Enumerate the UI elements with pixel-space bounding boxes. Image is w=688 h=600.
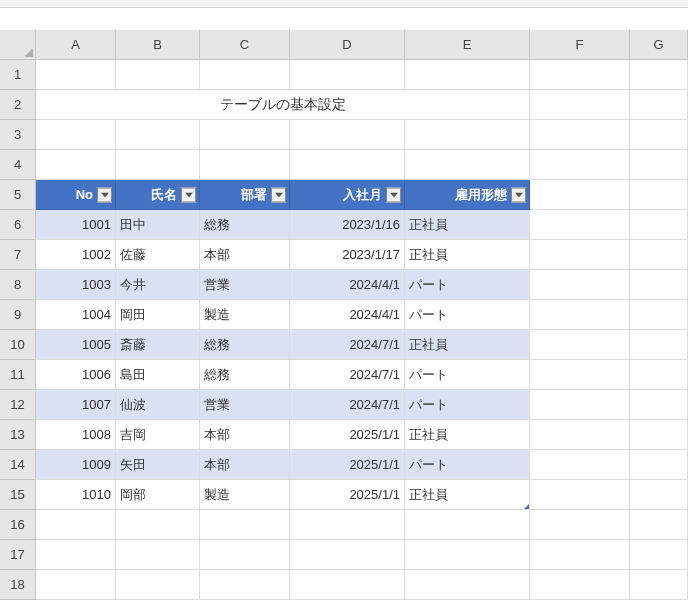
- cell-F8[interactable]: [530, 270, 630, 300]
- row-header-2[interactable]: 2: [0, 90, 36, 120]
- table-header-4[interactable]: 雇用形態: [405, 180, 530, 210]
- cell-F13[interactable]: [530, 420, 630, 450]
- row-header-12[interactable]: 12: [0, 390, 36, 420]
- cell-E17[interactable]: [405, 540, 530, 570]
- row-header-16[interactable]: 16: [0, 510, 36, 540]
- table-cell[interactable]: 正社員: [405, 330, 530, 360]
- cell-G9[interactable]: [630, 300, 688, 330]
- cell-E1[interactable]: [405, 60, 530, 90]
- table-cell[interactable]: 本部: [200, 450, 290, 480]
- table-cell[interactable]: 1005: [36, 330, 116, 360]
- row-header-1[interactable]: 1: [0, 60, 36, 90]
- cell-F14[interactable]: [530, 450, 630, 480]
- row-header-5[interactable]: 5: [0, 180, 36, 210]
- filter-dropdown-icon[interactable]: [386, 187, 401, 202]
- cell-G17[interactable]: [630, 540, 688, 570]
- select-all-corner[interactable]: [0, 30, 36, 60]
- table-cell[interactable]: パート: [405, 300, 530, 330]
- table-cell[interactable]: 2025/1/1: [290, 450, 405, 480]
- cell-B3[interactable]: [116, 120, 200, 150]
- cell-D3[interactable]: [290, 120, 405, 150]
- cell-G7[interactable]: [630, 240, 688, 270]
- cell-F17[interactable]: [530, 540, 630, 570]
- cell-D18[interactable]: [290, 570, 405, 600]
- table-cell[interactable]: パート: [405, 390, 530, 420]
- cell-B18[interactable]: [116, 570, 200, 600]
- cell-F3[interactable]: [530, 120, 630, 150]
- cell-F15[interactable]: [530, 480, 630, 510]
- table-header-3[interactable]: 入社月: [290, 180, 405, 210]
- cell-F7[interactable]: [530, 240, 630, 270]
- table-cell[interactable]: 今井: [116, 270, 200, 300]
- column-header-D[interactable]: D: [290, 30, 405, 60]
- cell-G15[interactable]: [630, 480, 688, 510]
- column-header-C[interactable]: C: [200, 30, 290, 60]
- cell-G11[interactable]: [630, 360, 688, 390]
- cell-F6[interactable]: [530, 210, 630, 240]
- table-cell[interactable]: 本部: [200, 240, 290, 270]
- cell-F2[interactable]: [530, 90, 630, 120]
- table-cell[interactable]: 岡田: [116, 300, 200, 330]
- table-cell[interactable]: 総務: [200, 360, 290, 390]
- cell-E16[interactable]: [405, 510, 530, 540]
- cell-A3[interactable]: [36, 120, 116, 150]
- table-cell[interactable]: 2023/1/16: [290, 210, 405, 240]
- row-header-4[interactable]: 4: [0, 150, 36, 180]
- cell-F1[interactable]: [530, 60, 630, 90]
- cell-B16[interactable]: [116, 510, 200, 540]
- cell-F5[interactable]: [530, 180, 630, 210]
- column-header-E[interactable]: E: [405, 30, 530, 60]
- row-header-15[interactable]: 15: [0, 480, 36, 510]
- cell-B17[interactable]: [116, 540, 200, 570]
- row-header-17[interactable]: 17: [0, 540, 36, 570]
- filter-dropdown-icon[interactable]: [181, 187, 196, 202]
- cell-A4[interactable]: [36, 150, 116, 180]
- table-cell[interactable]: 営業: [200, 270, 290, 300]
- cell-D16[interactable]: [290, 510, 405, 540]
- table-cell[interactable]: 2024/4/1: [290, 270, 405, 300]
- table-cell[interactable]: 2024/4/1: [290, 300, 405, 330]
- column-header-A[interactable]: A: [36, 30, 116, 60]
- table-cell[interactable]: 1009: [36, 450, 116, 480]
- cell-C4[interactable]: [200, 150, 290, 180]
- table-cell[interactable]: 斎藤: [116, 330, 200, 360]
- spreadsheet-grid[interactable]: ABCDEFG12テーブルの基本設定345No氏名部署入社月雇用形態61001田…: [0, 0, 688, 600]
- cell-A18[interactable]: [36, 570, 116, 600]
- filter-dropdown-icon[interactable]: [271, 187, 286, 202]
- table-cell[interactable]: 2025/1/1: [290, 420, 405, 450]
- row-header-14[interactable]: 14: [0, 450, 36, 480]
- table-cell[interactable]: パート: [405, 270, 530, 300]
- table-cell[interactable]: 総務: [200, 330, 290, 360]
- table-cell[interactable]: 本部: [200, 420, 290, 450]
- table-cell[interactable]: 2024/7/1: [290, 360, 405, 390]
- table-cell[interactable]: 総務: [200, 210, 290, 240]
- cell-G10[interactable]: [630, 330, 688, 360]
- table-cell[interactable]: 吉岡: [116, 420, 200, 450]
- table-cell[interactable]: 岡部: [116, 480, 200, 510]
- table-cell[interactable]: 田中: [116, 210, 200, 240]
- table-cell[interactable]: 2024/7/1: [290, 330, 405, 360]
- table-cell[interactable]: 正社員: [405, 480, 530, 510]
- table-cell[interactable]: 1006: [36, 360, 116, 390]
- table-cell[interactable]: 1004: [36, 300, 116, 330]
- cell-G3[interactable]: [630, 120, 688, 150]
- cell-E4[interactable]: [405, 150, 530, 180]
- cell-B4[interactable]: [116, 150, 200, 180]
- table-cell[interactable]: 製造: [200, 300, 290, 330]
- row-header-13[interactable]: 13: [0, 420, 36, 450]
- table-cell[interactable]: 2023/1/17: [290, 240, 405, 270]
- cell-C16[interactable]: [200, 510, 290, 540]
- cell-G13[interactable]: [630, 420, 688, 450]
- row-header-10[interactable]: 10: [0, 330, 36, 360]
- cell-G8[interactable]: [630, 270, 688, 300]
- table-cell[interactable]: 営業: [200, 390, 290, 420]
- column-header-G[interactable]: G: [630, 30, 688, 60]
- cell-G16[interactable]: [630, 510, 688, 540]
- table-cell[interactable]: 1010: [36, 480, 116, 510]
- column-header-B[interactable]: B: [116, 30, 200, 60]
- cell-F16[interactable]: [530, 510, 630, 540]
- row-header-6[interactable]: 6: [0, 210, 36, 240]
- cell-D17[interactable]: [290, 540, 405, 570]
- table-cell[interactable]: 仙波: [116, 390, 200, 420]
- cell-F12[interactable]: [530, 390, 630, 420]
